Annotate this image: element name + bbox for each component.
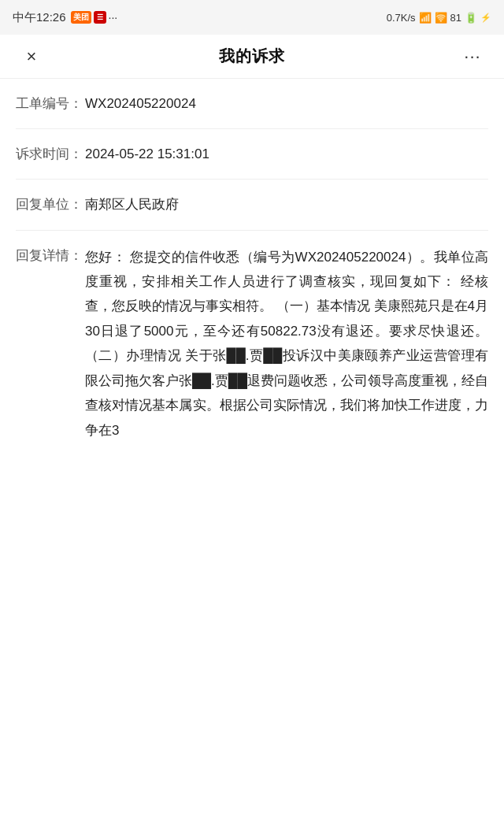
- status-time-area: 中午12:26 美团 ☰ ···: [13, 10, 117, 25]
- status-dots: ···: [109, 11, 118, 24]
- reply-detail-row: 回复详情： 您好： 您提交的信件收悉（编号为WX202405220024）。我单…: [16, 231, 488, 458]
- close-button[interactable]: ×: [16, 41, 47, 72]
- status-icons-area: 0.7K/s 📶 🛜 81 🔋 ⚡: [387, 12, 491, 24]
- wifi-icon: 🛜: [435, 12, 447, 24]
- reply-unit-row: 回复单位： 南郑区人民政府: [16, 180, 488, 230]
- work-order-label: 工单编号：: [16, 93, 85, 114]
- request-time-label: 诉求时间：: [16, 143, 85, 165]
- reply-detail-value: 您好： 您提交的信件收悉（编号为WX202405220024）。我单位高度重视，…: [85, 245, 488, 443]
- reply-unit-label: 回复单位：: [16, 194, 85, 215]
- battery-icon: 🔋: [465, 12, 477, 24]
- status-bar: 中午12:26 美团 ☰ ··· 0.7K/s 📶 🛜 81 🔋 ⚡: [0, 0, 504, 35]
- request-time-value: 2024-05-22 15:31:01: [85, 143, 488, 165]
- page-title: 我的诉求: [219, 46, 285, 67]
- app-badges: 美团 ☰ ···: [71, 11, 118, 24]
- reply-unit-value: 南郑区人民政府: [85, 194, 488, 215]
- work-order-value: WX202405220024: [85, 93, 488, 114]
- battery-text: 81: [450, 12, 461, 24]
- nav-bar: × 我的诉求 ···: [0, 35, 504, 79]
- status-time: 中午12:26: [13, 10, 66, 25]
- content-area: 工单编号： WX202405220024 诉求时间： 2024-05-22 15…: [0, 79, 504, 457]
- network-speed: 0.7K/s: [387, 12, 416, 24]
- work-order-row: 工单编号： WX202405220024: [16, 79, 488, 129]
- signal-icon: 📶: [419, 12, 432, 24]
- app-badge-2: ☰: [94, 11, 106, 24]
- reply-detail-label: 回复详情：: [16, 245, 85, 266]
- more-button[interactable]: ···: [457, 41, 488, 72]
- charge-icon: ⚡: [480, 13, 491, 23]
- request-time-row: 诉求时间： 2024-05-22 15:31:01: [16, 129, 488, 180]
- app-badge-1: 美团: [71, 11, 91, 24]
